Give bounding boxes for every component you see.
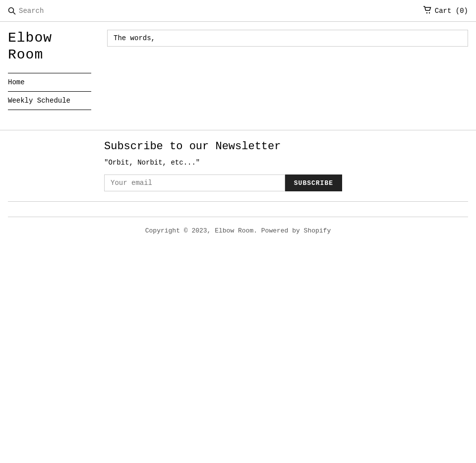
search-icon — [8, 7, 16, 15]
newsletter-subtitle: "Orbit, Norbit, etc..." — [104, 159, 468, 167]
cart-label[interactable]: Cart (0) — [435, 7, 468, 15]
copyright-footer: Copyright © 2023, Elbow Room. Powered by… — [0, 217, 476, 244]
nav-link-weekly-schedule[interactable]: Weekly Schedule — [8, 92, 91, 110]
cart-icon — [423, 6, 432, 16]
newsletter-title: Subscribe to our Newsletter — [104, 140, 468, 153]
bottom-spacer — [0, 202, 476, 217]
site-header: Cart (0) — [0, 0, 476, 22]
newsletter-form: SUBSCRIBE — [104, 174, 342, 191]
email-input[interactable] — [104, 174, 285, 191]
svg-point-0 — [9, 7, 14, 12]
main-container: Elbow Room Home Weekly Schedule The word… — [0, 22, 476, 110]
search-input[interactable] — [19, 7, 118, 15]
content-area: The words, — [99, 22, 476, 110]
svg-point-2 — [426, 12, 427, 13]
subscribe-button[interactable]: SUBSCRIBE — [285, 174, 342, 191]
sidebar: Elbow Room Home Weekly Schedule — [0, 22, 99, 110]
search-area — [8, 7, 423, 15]
nav-item-weekly-schedule[interactable]: Weekly Schedule — [8, 92, 91, 110]
cart-area[interactable]: Cart (0) — [423, 6, 468, 16]
svg-line-1 — [13, 12, 16, 14]
footer-newsletter: Subscribe to our Newsletter "Orbit, Norb… — [0, 130, 476, 201]
nav-item-home[interactable]: Home — [8, 73, 91, 92]
content-words-text: The words, — [114, 34, 155, 42]
site-title: Elbow Room — [8, 30, 91, 63]
nav-link-home[interactable]: Home — [8, 73, 91, 91]
svg-point-3 — [429, 12, 430, 13]
nav-list: Home Weekly Schedule — [8, 73, 91, 110]
copyright-text: Copyright © 2023, Elbow Room. Powered by… — [145, 227, 331, 234]
content-box: The words, — [107, 30, 468, 47]
